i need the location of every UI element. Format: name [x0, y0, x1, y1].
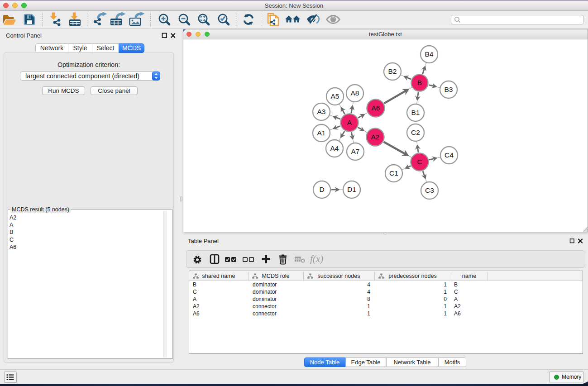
svg-text:D1: D1 [347, 186, 356, 193]
svg-text:B: B [417, 79, 422, 86]
svg-text:C3: C3 [425, 186, 434, 194]
svg-text:A7: A7 [351, 148, 360, 155]
svg-text:B2: B2 [388, 67, 397, 75]
svg-text:A2: A2 [371, 133, 380, 141]
svg-text:A5: A5 [331, 92, 339, 100]
svg-text:A1: A1 [317, 129, 326, 137]
svg-text:B1: B1 [411, 109, 420, 116]
svg-text:A4: A4 [330, 144, 339, 152]
svg-text:A: A [347, 119, 352, 126]
svg-text:A3: A3 [317, 108, 326, 115]
svg-text:A6: A6 [372, 104, 380, 112]
svg-text:A8: A8 [351, 89, 359, 97]
svg-text:D: D [319, 186, 324, 193]
svg-text:C4: C4 [445, 151, 454, 159]
svg-text:C1: C1 [389, 169, 398, 177]
svg-text:C2: C2 [411, 129, 420, 136]
svg-text:B4: B4 [425, 50, 434, 58]
svg-text:B3: B3 [445, 86, 453, 93]
svg-text:C: C [417, 158, 422, 166]
